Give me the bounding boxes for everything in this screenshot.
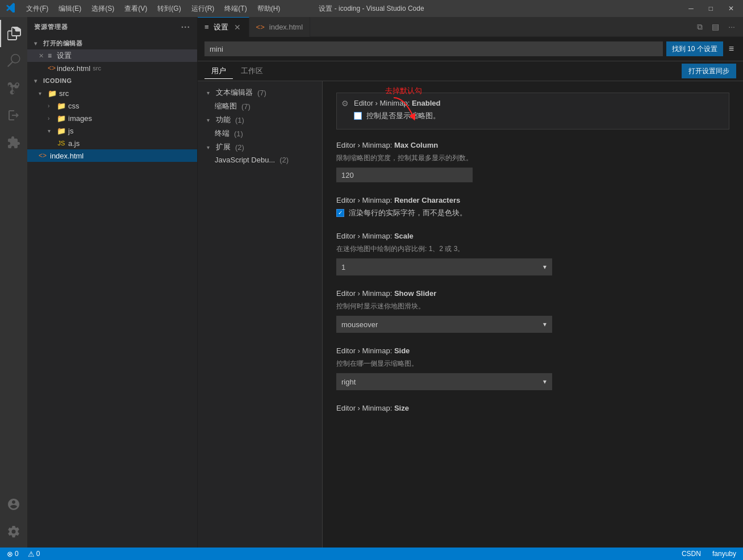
menu-edit[interactable]: 编辑(E): [54, 3, 86, 15]
close-icon[interactable]: ✕: [39, 52, 48, 60]
split-editor-button[interactable]: ⧉: [694, 21, 706, 33]
index-html-icon: <>: [39, 152, 48, 160]
open-editors-section[interactable]: ▾ 打开的编辑器: [27, 37, 197, 49]
minimap-size-title: Editor › Minimap: Size: [336, 404, 729, 412]
icoding-section[interactable]: ▾ ICODING: [27, 74, 197, 87]
minimap-enabled-title: Editor › Minimap: Enabled: [354, 99, 720, 107]
minimap-scale-select[interactable]: 1 2 3: [336, 258, 552, 275]
settings-tab-icon: ≡: [204, 23, 209, 31]
src-arrow: ▾: [39, 90, 48, 97]
src-folder[interactable]: ▾ 📁 src: [27, 87, 197, 99]
tab-settings[interactable]: ≡ 设置 ✕: [198, 17, 249, 37]
nav-terminal-label: 终端: [215, 128, 229, 139]
more-actions-button[interactable]: ···: [725, 21, 738, 32]
status-username[interactable]: fanyuby: [710, 550, 738, 558]
minimap-show-slider-select[interactable]: always mouseover: [336, 316, 552, 333]
minimap-show-slider-select-wrap: always mouseover: [336, 316, 552, 333]
activity-explorer[interactable]: [0, 20, 27, 47]
function-badge: (1): [235, 116, 244, 124]
sidebar: 资源管理器 ··· ▾ 打开的编辑器 ✕ ≡ 设置 <> index.html …: [27, 17, 198, 548]
settings-file-icon: ≡: [48, 52, 57, 60]
nav-text-editor[interactable]: ▾ 文本编辑器 (7): [198, 86, 322, 99]
settings-found-badge[interactable]: 找到 10 个设置: [666, 41, 723, 56]
menu-view[interactable]: 查看(V): [120, 3, 152, 15]
js-folder-icon: 📁: [57, 127, 66, 135]
sidebar-title: 资源管理器: [34, 23, 68, 31]
minimap-side-select[interactable]: left right: [336, 373, 552, 390]
csdn-label: CSDN: [682, 550, 701, 558]
activity-settings[interactable]: [0, 518, 27, 545]
editor-area: ≡ 设置 ✕ <> index.html ⧉ ▤ ··· 找到 10 个设置 ≡: [198, 17, 743, 548]
sidebar-tree: ▾ 打开的编辑器 ✕ ≡ 设置 <> index.html src ▾ ICOD…: [27, 37, 197, 548]
minimap-enabled-checkbox[interactable]: [354, 112, 362, 120]
status-warnings[interactable]: ⚠ 0: [26, 550, 43, 558]
nav-terminal[interactable]: 终端 (1): [198, 127, 322, 140]
sidebar-more-button[interactable]: ···: [181, 22, 190, 32]
settings-panel: 找到 10 个设置 ≡ 用户 工作区 打开设置同步 ▾ 文本编辑器 (7): [198, 37, 743, 548]
minimap-scale-desc: 在迷你地图中绘制的内容比例: 1、2 或 3。: [336, 244, 729, 254]
extensions-badge: (2): [235, 143, 244, 152]
status-csdn[interactable]: CSDN: [679, 550, 703, 558]
settings-tabs-row: 用户 工作区 打开设置同步: [198, 61, 743, 81]
js-folder[interactable]: ▾ 📁 js: [27, 124, 197, 137]
menu-help[interactable]: 帮助(H): [253, 3, 285, 15]
statusbar-right: CSDN fanyuby: [679, 550, 738, 558]
error-icon: ⊗: [7, 550, 13, 558]
activity-account[interactable]: [0, 491, 27, 518]
maximize-button[interactable]: □: [706, 3, 716, 14]
settings-filter-icon[interactable]: ≡: [727, 43, 736, 55]
minimize-button[interactable]: ─: [685, 3, 697, 14]
css-folder[interactable]: › 📁 css: [27, 99, 197, 112]
statusbar-left: ⊗ 0 ⚠ 0: [5, 550, 42, 558]
activity-run[interactable]: [0, 102, 27, 129]
nav-extensions[interactable]: ▾ 扩展 (2): [198, 140, 322, 154]
main-layout: 资源管理器 ··· ▾ 打开的编辑器 ✕ ≡ 设置 <> index.html …: [0, 17, 743, 548]
menu-goto[interactable]: 转到(G): [153, 3, 185, 15]
activity-extensions[interactable]: [0, 129, 27, 156]
nav-function[interactable]: ▾ 功能 (1): [198, 113, 322, 127]
index-html-file[interactable]: <> index.html: [27, 149, 197, 162]
minimap-max-column-title: Editor › Minimap: Max Column: [336, 141, 729, 149]
menu-select[interactable]: 选择(S): [87, 3, 119, 15]
extensions-arrow: ▾: [207, 144, 214, 151]
activity-git[interactable]: [0, 74, 27, 102]
minimap-render-chars-title: Editor › Minimap: Render Characters: [336, 196, 729, 204]
nav-js-debug[interactable]: JavaScript Debu... (2): [198, 154, 322, 166]
titlebar-left: 文件(F) 编辑(E) 选择(S) 查看(V) 转到(G) 运行(R) 终端(T…: [6, 2, 285, 15]
tab-index-html[interactable]: <> index.html: [249, 17, 310, 37]
close-button[interactable]: ✕: [725, 3, 737, 14]
editor-layout-button[interactable]: ▤: [708, 21, 723, 32]
js-debug-badge: (2): [279, 156, 289, 164]
ajs-file[interactable]: JS a.js: [27, 137, 197, 149]
setting-minimap-enabled: ⚙ Editor › Minimap: Enabled 控制是否显示缩略图。: [336, 93, 729, 129]
text-editor-arrow: ▾: [207, 90, 214, 96]
activity-search[interactable]: [0, 47, 27, 74]
text-editor-badge: (7): [257, 89, 266, 97]
icoding-arrow: ▾: [34, 78, 43, 84]
tab-workspace[interactable]: 工作区: [234, 64, 270, 79]
menu-terminal[interactable]: 终端(T): [220, 3, 251, 15]
images-folder[interactable]: › 📁 images: [27, 112, 197, 124]
menu-file[interactable]: 文件(F): [22, 3, 53, 15]
minimap-max-column-input[interactable]: [336, 168, 473, 182]
error-count: 0: [15, 550, 19, 558]
images-label: images: [68, 114, 92, 123]
sync-settings-button[interactable]: 打开设置同步: [682, 64, 736, 78]
open-editor-index-html[interactable]: <> index.html src: [27, 62, 197, 74]
settings-search-input[interactable]: [204, 41, 663, 56]
activity-bar: [0, 17, 27, 548]
setting-gear-icon[interactable]: ⚙: [341, 99, 349, 108]
src-label: src: [59, 89, 69, 98]
minimap-render-chars-checkbox[interactable]: ✓: [336, 209, 344, 217]
settings-tab-close[interactable]: ✕: [233, 23, 242, 32]
vscode-logo-icon: [6, 2, 16, 15]
tabbar-actions: ⧉ ▤ ···: [694, 21, 743, 33]
file-path-label: src: [93, 65, 101, 72]
tab-user[interactable]: 用户: [204, 64, 233, 79]
open-editors-arrow: ▾: [34, 40, 43, 47]
settings-content: ▾ 文本编辑器 (7) 缩略图 (7) ▾ 功能 (1) 终端: [198, 81, 743, 548]
open-editor-settings[interactable]: ✕ ≡ 设置: [27, 49, 197, 62]
menu-run[interactable]: 运行(R): [187, 3, 219, 15]
status-errors[interactable]: ⊗ 0: [5, 550, 21, 558]
nav-minimap[interactable]: 缩略图 (7): [198, 99, 322, 113]
